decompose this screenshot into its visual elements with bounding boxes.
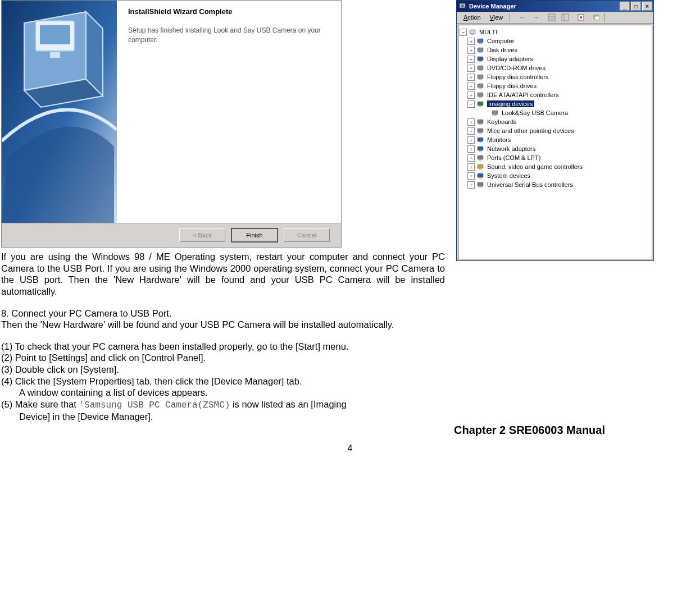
- device-label[interactable]: Keyboards: [487, 118, 517, 125]
- device-icon: [476, 118, 485, 126]
- doc-para-1: If you are using the Windows 98 / ME Ope…: [1, 251, 445, 298]
- tree-toggle[interactable]: +: [467, 56, 475, 63]
- tree-toggle[interactable]: +: [467, 172, 475, 180]
- device-icon: [476, 91, 485, 99]
- tree-node[interactable]: +Ports (COM & LPT): [460, 153, 651, 162]
- svg-rect-41: [479, 132, 482, 134]
- tree-node[interactable]: +Disk drives: [460, 45, 651, 54]
- device-label[interactable]: IDE ATA/ATAPI controllers: [487, 91, 559, 98]
- device-icon: [476, 64, 485, 72]
- tree-node[interactable]: +Sound, video and game controllers: [460, 162, 651, 171]
- toolbar-refresh-icon[interactable]: [590, 12, 603, 23]
- device-label[interactable]: Imaging devices: [487, 100, 534, 107]
- device-label[interactable]: Display adapters: [487, 56, 533, 62]
- minimize-button[interactable]: _: [620, 2, 630, 11]
- svg-rect-23: [479, 52, 482, 53]
- device-label[interactable]: Universal Serial Bus controllers: [487, 181, 573, 188]
- toolbar-back-icon[interactable]: ←: [516, 12, 529, 23]
- tree-toggle[interactable]: +: [467, 145, 475, 153]
- tree-node[interactable]: +Universal Serial Bus controllers: [460, 180, 651, 189]
- tree-toggle[interactable]: +: [467, 154, 475, 162]
- toolbar-tree-icon[interactable]: [545, 12, 558, 23]
- step-8-text: Then the 'New Hardware' will be found an…: [1, 319, 445, 331]
- tree-toggle[interactable]: +: [467, 163, 475, 171]
- device-icon: [476, 127, 485, 135]
- toolbar-forward-icon[interactable]: →: [529, 12, 543, 23]
- device-label[interactable]: Floppy disk controllers: [487, 74, 548, 80]
- device-icon: [476, 46, 485, 54]
- device-label[interactable]: Computer: [487, 38, 514, 44]
- device-label[interactable]: Network adapters: [487, 145, 535, 152]
- svg-rect-25: [479, 61, 482, 62]
- tree-node[interactable]: −Imaging devices: [460, 99, 651, 108]
- device-label[interactable]: Sound, video and game controllers: [487, 163, 583, 170]
- maximize-button[interactable]: □: [631, 2, 641, 11]
- svg-rect-19: [471, 34, 474, 35]
- tree-toggle[interactable]: +: [467, 136, 475, 144]
- tree-node[interactable]: +DVD/CD-ROM drives: [460, 63, 651, 72]
- menu-action[interactable]: Action: [459, 14, 485, 21]
- tree-node[interactable]: +Keyboards: [460, 117, 651, 126]
- toolbar-list-icon[interactable]: [558, 12, 572, 23]
- svg-rect-18: [470, 30, 475, 34]
- tree-node[interactable]: +Display adapters: [460, 54, 651, 63]
- document-body: If you are using the Windows 98 / ME Ope…: [1, 251, 445, 423]
- tree-root-node[interactable]: −MULTI: [460, 28, 651, 36]
- cancel-button[interactable]: Cancel: [284, 228, 330, 242]
- device-manager-title: Device Manager: [469, 3, 516, 10]
- device-label[interactable]: Monitors: [487, 136, 511, 143]
- svg-rect-42: [478, 138, 483, 141]
- svg-rect-39: [479, 123, 482, 125]
- device-label[interactable]: Disk drives: [487, 47, 517, 53]
- tree-node[interactable]: +Monitors: [460, 135, 651, 144]
- menu-view[interactable]: View: [485, 14, 508, 21]
- tree-child-node[interactable]: Look&Say USB Camera: [460, 108, 651, 117]
- device-label[interactable]: MULTI: [479, 29, 497, 35]
- tree-toggle[interactable]: +: [467, 127, 475, 135]
- toolbar-properties-icon[interactable]: [574, 12, 588, 23]
- tree-node[interactable]: +Computer: [460, 36, 651, 45]
- svg-rect-43: [479, 141, 482, 143]
- svg-rect-24: [478, 57, 483, 61]
- tree-toggle[interactable]: +: [467, 83, 475, 90]
- tree-toggle[interactable]: +: [467, 74, 475, 81]
- close-button[interactable]: ×: [642, 2, 652, 11]
- finish-button[interactable]: Finish: [231, 228, 278, 242]
- tree-node[interactable]: +Floppy disk drives: [460, 81, 651, 90]
- svg-rect-49: [479, 168, 482, 170]
- tree-node[interactable]: +Mice and other pointing devices: [460, 126, 651, 135]
- tree-node[interactable]: +Network adapters: [460, 144, 651, 153]
- chapter-heading: Chapter 2 SRE06003 Manual: [454, 424, 696, 437]
- device-label[interactable]: Ports (COM & LPT): [487, 154, 540, 161]
- device-label[interactable]: Mice and other pointing devices: [487, 127, 574, 134]
- tree-toggle[interactable]: −: [467, 100, 475, 108]
- page-number: 4: [348, 443, 353, 454]
- substep-5b: is now listed as an [Imaging: [233, 399, 347, 409]
- substep-5a: (5) Make sure that: [1, 399, 76, 409]
- tree-node[interactable]: +Floppy disk controllers: [460, 72, 651, 81]
- device-label[interactable]: Floppy disk drives: [487, 83, 537, 89]
- tree-toggle[interactable]: +: [467, 181, 475, 189]
- device-label[interactable]: DVD/CD-ROM drives: [487, 65, 546, 71]
- tree-toggle[interactable]: +: [467, 47, 475, 54]
- tree-toggle[interactable]: +: [467, 91, 475, 99]
- tree-toggle[interactable]: +: [467, 65, 475, 72]
- tree-toggle[interactable]: +: [467, 38, 475, 45]
- tree-toggle[interactable]: −: [460, 29, 467, 36]
- substep-3: (3) Double click on [System].: [1, 364, 445, 376]
- svg-rect-30: [478, 84, 483, 88]
- tree-node[interactable]: +System devices: [460, 171, 651, 180]
- back-button[interactable]: < Back: [179, 228, 225, 242]
- device-label[interactable]: System devices: [487, 172, 530, 179]
- tree-node[interactable]: +IDE ATA/ATAPI controllers: [460, 90, 651, 99]
- device-manager-icon: [459, 2, 467, 10]
- device-icon: [476, 136, 485, 144]
- svg-rect-36: [492, 111, 498, 115]
- device-icon: [476, 154, 485, 162]
- svg-rect-50: [478, 173, 483, 177]
- svg-rect-52: [478, 182, 483, 186]
- svg-rect-9: [548, 14, 555, 21]
- device-label[interactable]: Look&Say USB Camera: [502, 109, 568, 116]
- tree-toggle[interactable]: +: [467, 118, 475, 126]
- svg-rect-20: [478, 39, 483, 43]
